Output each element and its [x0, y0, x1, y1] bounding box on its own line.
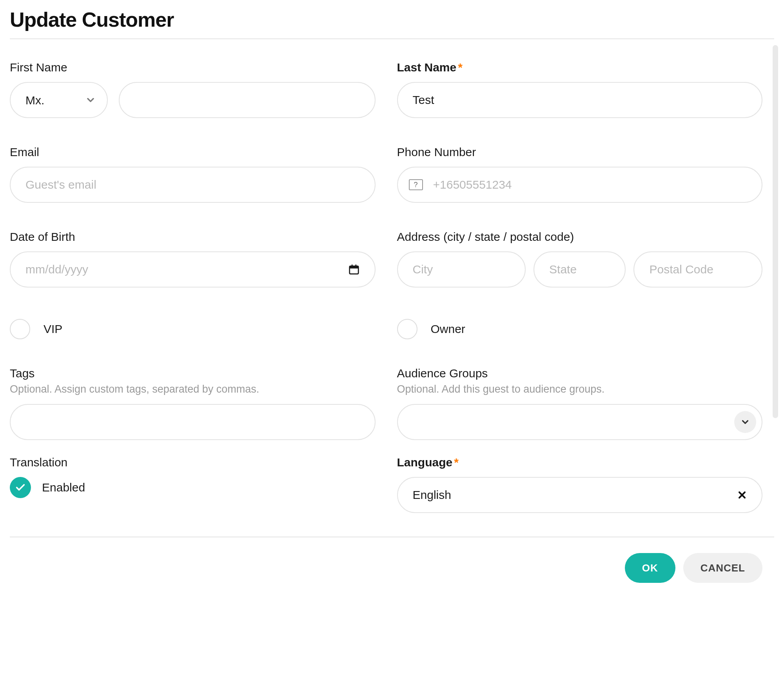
language-label: Language*: [397, 456, 763, 469]
last-name-input[interactable]: [397, 82, 763, 118]
cancel-button[interactable]: CANCEL: [683, 553, 762, 583]
translation-field: Translation Enabled: [10, 456, 376, 513]
dob-input[interactable]: [10, 251, 376, 288]
audience-field: Audience Groups Optional. Add this guest…: [397, 367, 763, 440]
check-icon: [15, 482, 26, 493]
address-label: Address (city / state / postal code): [397, 230, 763, 244]
city-input[interactable]: [397, 251, 526, 288]
translation-status: Enabled: [42, 481, 85, 494]
phone-country-indicator[interactable]: ?: [409, 179, 423, 190]
required-star-icon: *: [458, 61, 463, 74]
email-input[interactable]: [10, 167, 376, 203]
email-field: Email: [10, 146, 376, 203]
phone-field: Phone Number ?: [397, 146, 763, 203]
translation-toggle[interactable]: [10, 477, 31, 498]
tags-field: Tags Optional. Assign custom tags, separ…: [10, 367, 376, 440]
email-label: Email: [10, 146, 376, 159]
last-name-label-text: Last Name: [397, 61, 457, 74]
audience-input[interactable]: [397, 404, 763, 440]
vip-field: VIP: [10, 315, 376, 339]
tags-input[interactable]: [10, 404, 376, 440]
owner-field: Owner: [397, 315, 763, 339]
owner-radio[interactable]: [397, 319, 417, 339]
phone-input[interactable]: [397, 167, 763, 203]
clear-language-button[interactable]: [737, 489, 748, 500]
audience-label: Audience Groups: [397, 367, 763, 380]
audience-dropdown-icon[interactable]: [734, 411, 756, 433]
last-name-field: Last Name*: [397, 61, 763, 118]
postal-input[interactable]: [633, 251, 762, 288]
tags-help: Optional. Assign custom tags, separated …: [10, 383, 376, 395]
phone-label: Phone Number: [397, 146, 763, 159]
required-star-icon: *: [454, 456, 459, 469]
ok-button[interactable]: OK: [625, 553, 675, 583]
header-divider: [10, 38, 774, 39]
page-title: Update Customer: [10, 8, 774, 31]
first-name-input[interactable]: [119, 82, 376, 118]
form-grid: First Name Mx. Last Name*: [10, 61, 774, 513]
translation-label: Translation: [10, 456, 376, 469]
vip-label: VIP: [44, 322, 62, 336]
title-select[interactable]: Mx.: [10, 82, 108, 118]
footer-actions: OK CANCEL: [10, 553, 774, 583]
language-field: Language*: [397, 456, 763, 513]
dob-field: Date of Birth: [10, 230, 376, 288]
state-input[interactable]: [534, 251, 626, 288]
dob-label: Date of Birth: [10, 230, 376, 244]
footer-divider: [10, 537, 774, 537]
close-icon: [737, 489, 748, 500]
last-name-label: Last Name*: [397, 61, 763, 74]
address-field: Address (city / state / postal code): [397, 230, 763, 288]
tags-label: Tags: [10, 367, 376, 380]
first-name-field: First Name Mx.: [10, 61, 376, 118]
audience-help: Optional. Add this guest to audience gro…: [397, 383, 763, 395]
language-input[interactable]: [397, 477, 763, 513]
language-label-text: Language: [397, 456, 453, 469]
title-select-wrap: Mx.: [10, 82, 108, 118]
vip-radio[interactable]: [10, 319, 30, 339]
owner-label: Owner: [431, 322, 465, 336]
first-name-label: First Name: [10, 61, 376, 74]
scrollbar[interactable]: [773, 45, 778, 418]
